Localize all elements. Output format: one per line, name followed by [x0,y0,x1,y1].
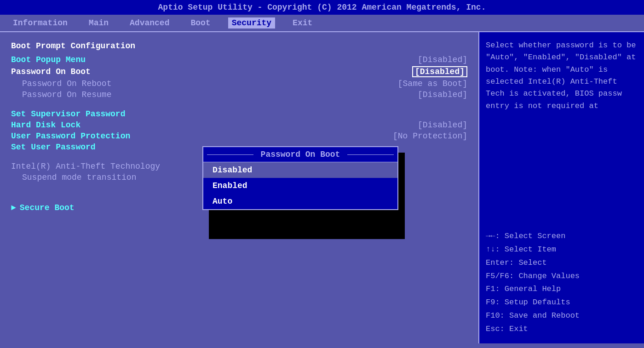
menu-item-information[interactable]: Information [9,17,71,29]
shortcut-general-help: F1: General Help [486,283,638,296]
intel-anti-theft-label: Intel(R) Anti-Theft Technology [11,162,160,171]
password-on-boot-label: Password On Boot [11,67,91,76]
popup-option-auto[interactable]: Auto [203,194,397,209]
password-on-resume-value: [Disabled] [418,90,467,99]
set-supervisor-password-label: Set Supervisor Password [11,109,125,119]
shortcut-setup-defaults: F9: Setup Defaults [486,296,638,309]
help-description-text: Select whether password is to be "Auto",… [486,41,636,110]
popup-option-disabled[interactable]: Disabled [203,162,397,178]
shortcut-exit: Esc: Exit [486,323,638,336]
popup-overlay: Password On Boot Disabled Enabled Auto [202,146,398,210]
shortcut-select-item: ↑↓: Select Item [486,243,638,257]
secure-boot-arrow-icon: ► [11,203,16,212]
password-on-boot-popup: Password On Boot Disabled Enabled Auto [202,146,398,210]
password-on-resume-entry[interactable]: Password On Resume [Disabled] [11,89,467,100]
hard-disk-lock-value: [Disabled] [418,120,467,130]
section-title: Boot Prompt Configuration [11,41,467,51]
hard-disk-lock-label: Hard Disk Lock [11,120,80,130]
shortcut-save-reboot: F10: Save and Reboot [486,309,638,323]
password-on-boot-value: [Disabled] [412,66,467,77]
set-user-password-label: Set User Password [11,143,96,152]
secure-boot-label: Secure Boot [20,203,75,212]
user-password-protection-entry[interactable]: User Password Protection [No Protection] [11,131,467,142]
popup-title-bar: Password On Boot [203,147,397,162]
menu-bar: Information Main Advanced Boot Security … [0,15,644,32]
help-description: Select whether password is to be "Auto",… [486,40,638,112]
help-shortcuts: →←: Select Screen ↑↓: Select Item Enter:… [486,230,638,336]
shortcut-change-values: F5/F6: Change Values [486,270,638,283]
boot-popup-menu-entry[interactable]: Boot Popup Menu [Disabled] [11,54,467,65]
user-password-protection-value: [No Protection] [393,131,467,141]
main-layout: Boot Prompt Configuration Boot Popup Men… [0,32,644,343]
menu-item-security[interactable]: Security [228,17,275,29]
menu-item-exit[interactable]: Exit [289,17,316,29]
shortcut-select-screen: →←: Select Screen [486,230,638,243]
popup-option-enabled[interactable]: Enabled [203,178,397,194]
password-on-reboot-entry[interactable]: Password On Reboot [Same as Boot] [11,78,467,89]
hard-disk-lock-entry[interactable]: Hard Disk Lock [Disabled] [11,120,467,131]
content-area: Boot Prompt Configuration Boot Popup Men… [0,32,478,343]
boot-popup-menu-value: [Disabled] [418,55,467,64]
title-text: Aptio Setup Utility - Copyright (C) 2012… [158,3,486,12]
shortcut-enter-select: Enter: Select [486,257,638,270]
suspend-mode-label: Suspend mode transition [11,173,136,182]
popup-title: Password On Boot [257,150,344,159]
menu-item-boot[interactable]: Boot [187,17,214,29]
password-on-resume-label: Password On Resume [11,90,111,99]
title-bar: Aptio Setup Utility - Copyright (C) 2012… [0,0,644,15]
menu-item-advanced[interactable]: Advanced [126,17,173,29]
password-on-reboot-value: [Same as Boot] [398,79,467,88]
password-on-boot-entry[interactable]: Password On Boot [Disabled] [11,65,467,78]
menu-item-main[interactable]: Main [85,17,112,29]
password-on-reboot-label: Password On Reboot [11,79,111,88]
set-supervisor-password-entry[interactable]: Set Supervisor Password [11,108,467,120]
boot-popup-menu-label: Boot Popup Menu [11,55,86,64]
user-password-protection-label: User Password Protection [11,131,130,141]
help-panel: Select whether password is to be "Auto",… [478,32,644,343]
